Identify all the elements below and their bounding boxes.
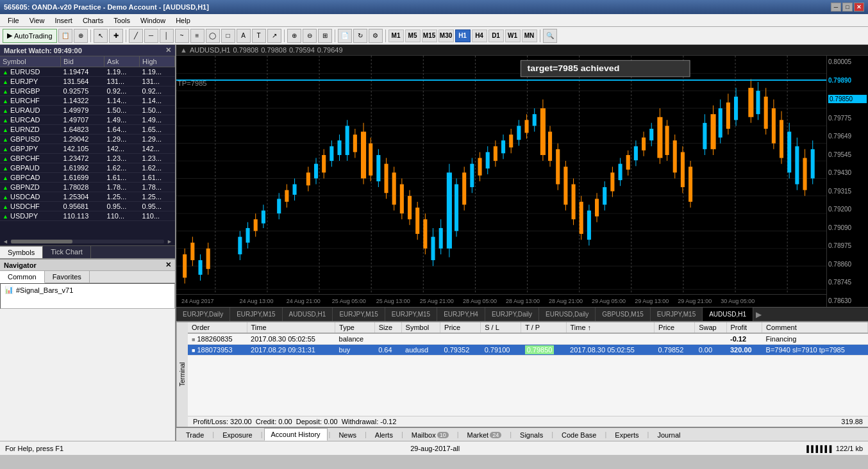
nav-tab-common[interactable]: Common [0, 271, 45, 283]
navigator-close-btn[interactable]: ✕ [165, 261, 171, 269]
tf-h1[interactable]: H1 [455, 29, 471, 42]
chart-tab-eurjpy-daily-2[interactable]: EURJPY,Daily [485, 308, 539, 322]
chart-tab-eurjpy-m15-3[interactable]: EURJPY,M15 [385, 308, 437, 322]
market-watch-row[interactable]: ▲ GBPUSD 1.29042 1.29... 1.29... [0, 135, 175, 144]
mw-cell-high: 131... [140, 77, 175, 86]
mw-tab-tick-chart[interactable]: Tick Chart [43, 246, 91, 258]
terminal-row[interactable]: ■ 188073953 2017.08.29 09:31:31 buy 0.64… [188, 345, 868, 356]
chart-tab-audusd-h1-active[interactable]: AUDUSD,H1 [703, 308, 753, 322]
market-watch-row[interactable]: ▲ GBPAUD 1.61992 1.62... 1.62... [0, 163, 175, 173]
chart-tab-gbpusd-m15[interactable]: GBPUSD,M15 [596, 308, 650, 322]
tf-m1[interactable]: M1 [388, 29, 404, 42]
chart-tab-audusd-h1-1[interactable]: AUDUSD,H1 [283, 308, 333, 322]
mw-tab-symbols[interactable]: Symbols [0, 246, 43, 258]
tf-m5[interactable]: M5 [405, 29, 421, 42]
market-watch-row[interactable]: ▲ USDJPY 110.113 110... 110... [0, 211, 175, 221]
toolbar-fit-btn[interactable]: ⊞ [318, 29, 332, 43]
terminal-table-container[interactable]: Order Time Type Size Symbol Price S / L … [188, 322, 868, 416]
toolbar-fib-btn[interactable]: ~ [175, 29, 189, 43]
market-watch-row[interactable]: ▲ EURNZD 1.64823 1.64... 1.65... [0, 125, 175, 135]
market-watch-row[interactable]: ▲ USDCHF 0.95681 0.95... 0.95... [0, 202, 175, 211]
arrow-up-icon: ▲ [3, 156, 8, 162]
bottom-tab-journal[interactable]: Journal [650, 428, 687, 441]
market-watch-row[interactable]: ▲ GBPCHF 1.23472 1.23... 1.23... [0, 154, 175, 163]
toolbar-rect-btn[interactable]: □ [221, 29, 235, 43]
menu-charts[interactable]: Charts [78, 15, 108, 26]
toolbar-refresh-btn[interactable]: ↻ [353, 29, 367, 43]
mw-scrollbar[interactable]: ◄ ► [0, 238, 175, 245]
bottom-tab-market[interactable]: Market24 [460, 428, 509, 441]
chart-canvas[interactable]: TP=7985 target=7985 achieved [176, 56, 826, 307]
mw-cell-high: 1.14... [140, 96, 175, 106]
tf-d1[interactable]: D1 [488, 29, 504, 42]
chart-tab-scroll-right[interactable]: ▶ [753, 310, 764, 319]
tf-h4[interactable]: H4 [472, 29, 487, 42]
nav-item-signal[interactable]: 📊 #Signal_Bars_v71 [4, 285, 171, 295]
chart-tab-eurjpy-m15-1[interactable]: EURJPY,M15 [230, 308, 282, 322]
chart-tab-eurjpy-daily[interactable]: EURJPY,Daily [176, 308, 230, 322]
menu-help[interactable]: Help [171, 15, 196, 26]
toolbar-text-btn[interactable]: A [237, 29, 251, 43]
chart-tab-eurjpy-m15-4[interactable]: EURJPY,M15 [651, 308, 703, 322]
toolbar-channel-btn[interactable]: ≡ [190, 29, 204, 43]
bottom-tab-signals[interactable]: Signals [513, 428, 550, 441]
toolbar-hline-btn[interactable]: ─ [144, 29, 158, 43]
toolbar: ▶ AutoTrading 📋 ⊕ ↖ ✚ ╱ ─ │ ~ ≡ ◯ □ A T … [0, 27, 868, 45]
tf-mn[interactable]: MN [522, 29, 537, 42]
market-watch-row[interactable]: ▲ EURCHF 1.14322 1.14... 1.14... [0, 96, 175, 106]
toolbar-label-btn[interactable]: T [252, 29, 266, 43]
market-watch-row[interactable]: ▲ USDCAD 1.25304 1.25... 1.25... [0, 192, 175, 202]
bottom-tab-codebase[interactable]: Code Base [555, 428, 603, 441]
toolbar-arrow-btn[interactable]: ↗ [267, 29, 281, 43]
toolbar-template-btn[interactable]: 📄 [338, 29, 352, 43]
maximize-btn[interactable]: □ [842, 3, 853, 12]
menu-insert[interactable]: Insert [49, 15, 78, 26]
mw-cell-bid: 1.14322 [61, 96, 104, 106]
market-watch-row[interactable]: ▲ GBPNZD 1.78028 1.78... 1.78... [0, 183, 175, 192]
market-watch-row[interactable]: ▲ EURGBP 0.92575 0.92... 0.92... [0, 86, 175, 96]
bottom-tab-mailbox[interactable]: Mailbox10 [405, 428, 456, 441]
menu-file[interactable]: File [3, 15, 24, 26]
toolbar-ellipse-btn[interactable]: ◯ [206, 29, 220, 43]
market-watch-row[interactable]: ▲ EURAUD 1.49979 1.50... 1.50... [0, 106, 175, 115]
toolbar-zoom-out-btn[interactable]: ⊖ [303, 29, 317, 43]
nav-tab-favorites[interactable]: Favorites [45, 271, 90, 283]
autotrading-btn[interactable]: ▶ AutoTrading [3, 29, 57, 43]
market-watch-row[interactable]: ▲ EURCAD 1.49707 1.49... 1.49... [0, 115, 175, 125]
bottom-tab-exposure[interactable]: Exposure [215, 428, 259, 441]
market-watch-row[interactable]: ▲ GBPCAD 1.61699 1.61... 1.61... [0, 173, 175, 183]
market-watch-row[interactable]: ▲ EURUSD 1.19474 1.19... 1.19... [0, 67, 175, 77]
toolbar-settings-btn[interactable]: ⚙ [369, 29, 383, 43]
bottom-tab-experts[interactable]: Experts [608, 428, 646, 441]
toolbar-line-btn[interactable]: ╱ [129, 29, 143, 43]
tf-m30[interactable]: M30 [438, 29, 454, 42]
market-watch-row[interactable]: ▲ EURJPY 131.564 131... 131... [0, 77, 175, 86]
minimize-btn[interactable]: ─ [831, 3, 841, 12]
tf-w1[interactable]: W1 [505, 29, 521, 42]
bottom-tab-alerts[interactable]: Alerts [368, 428, 400, 441]
toolbar-new-order-btn[interactable]: ⊕ [74, 29, 88, 43]
chart-tab-eurjpy-h4[interactable]: EURJPY,H4 [437, 308, 485, 322]
chart-tab-eurusd-daily[interactable]: EURUSD,Daily [539, 308, 596, 322]
terminal-sidebar[interactable]: Terminal [176, 322, 188, 427]
market-watch-row[interactable]: ▲ GBPJPY 142.105 142... 142... [0, 144, 175, 154]
toolbar-zoom-in-btn[interactable]: ⊕ [287, 29, 301, 43]
market-watch-close-btn[interactable]: ✕ [165, 46, 171, 54]
toolbar-cursor-btn[interactable]: ↖ [94, 29, 108, 43]
tf-m15[interactable]: M15 [422, 29, 437, 42]
toolbar-search-btn[interactable]: 🔍 [543, 29, 557, 43]
market-watch-table-container[interactable]: Symbol Bid Ask High ▲ EURUSD 1.19474 1.1… [0, 56, 175, 238]
close-btn[interactable]: ✕ [854, 3, 864, 12]
bottom-tab-account-history[interactable]: Account History [264, 428, 328, 441]
menu-view[interactable]: View [24, 15, 50, 26]
toolbar-script-btn[interactable]: 📋 [58, 29, 72, 43]
chart-tab-eurjpy-m15-2[interactable]: EURJPY,M15 [333, 308, 385, 322]
bottom-tab-trade[interactable]: Trade [179, 428, 211, 441]
terminal-footer: Profit/Loss: 320.00 Credit: 0.00 Deposit… [188, 416, 868, 427]
toolbar-crosshair-btn[interactable]: ✚ [109, 29, 123, 43]
toolbar-vline-btn[interactable]: │ [160, 29, 174, 43]
menu-window[interactable]: Window [135, 15, 171, 26]
menu-tools[interactable]: Tools [108, 15, 135, 26]
bottom-tab-news[interactable]: News [331, 428, 363, 441]
terminal-row[interactable]: ■ 188260835 2017.08.30 05:02:55 balance … [188, 333, 868, 345]
